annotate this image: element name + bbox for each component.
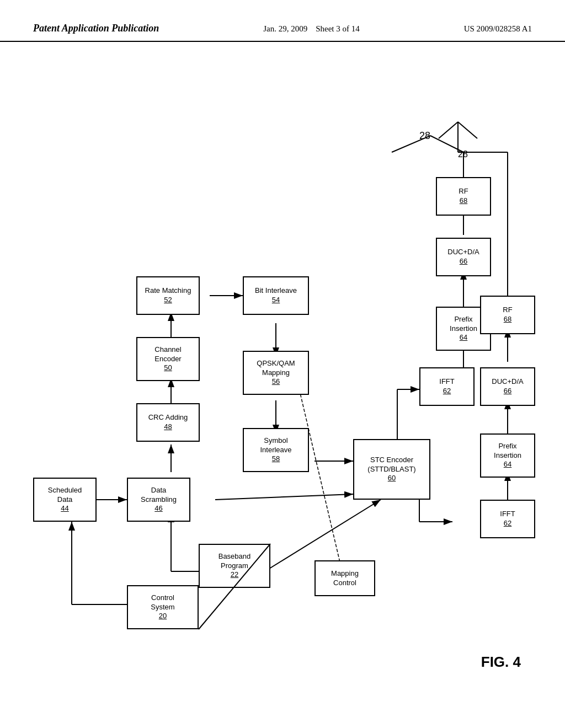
block-data-scrambling: Data Scrambling 46 [127,478,190,522]
header-center: Jan. 29, 2009 Sheet 3 of 14 [263,22,360,35]
svg-line-24 [298,384,342,571]
block-duc-da1: DUC+D/A 66 [436,238,491,276]
diagram-area: Scheduled Data 44 Data Scrambling 46 CRC… [0,42,565,693]
block-baseband-program: Baseband Program 22 [199,544,270,588]
page-header: Patent Application Publication Jan. 29, … [0,0,565,42]
svg-line-10 [215,494,353,500]
block-channel-encoder: Channel Encoder 50 [136,337,200,381]
block-symbol-interleave: Symbol Interleave 58 [243,428,309,472]
patent-number: US 2009/028258 A1 [464,22,532,35]
block-qpsk-mapping: QPSK/QAM Mapping 56 [243,351,309,395]
block-crc-adding: CRC Adding 48 [136,403,200,442]
block-rf2: RF 68 [480,296,535,334]
block-control-system: Control System 20 [127,585,199,629]
block-stc-encoder: STC Encoder (STTD/BLAST) 60 [353,439,430,500]
block-mapping-control: Mapping Control [315,560,375,596]
block-scheduled-data: Scheduled Data 44 [33,478,97,522]
block-rate-matching: Rate Matching 52 [136,276,200,315]
label-28: 28 [419,130,430,142]
svg-line-28 [458,122,477,138]
block-duc-da2: DUC+D/A 66 [480,367,535,406]
block-bit-interleave: Bit Interleave 54 [243,276,309,315]
label-28b: 28 [458,149,468,159]
block-ifft1: IFFT 62 [419,367,475,406]
block-rf1: RF 68 [436,177,491,216]
svg-line-27 [439,122,458,138]
publication-title: Patent Application Publication [33,22,159,35]
block-prefix-insertion2: Prefix Insertion 64 [480,433,535,478]
fig-label: FIG. 4 [481,654,521,671]
block-ifft2: IFFT 62 [480,500,535,538]
